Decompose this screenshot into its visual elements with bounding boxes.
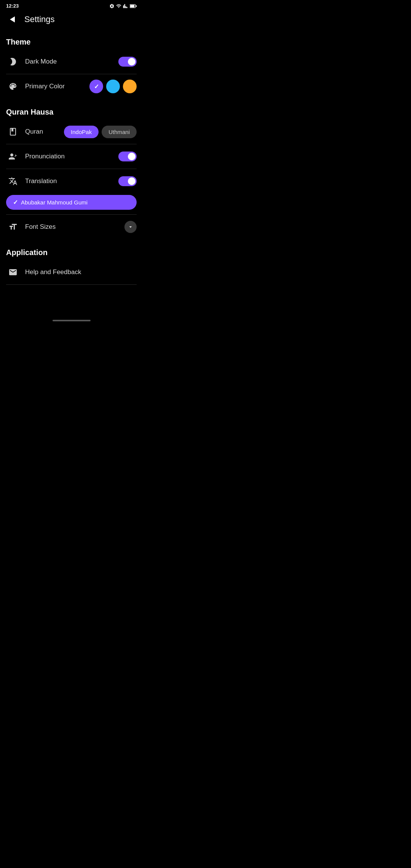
translation-toggle-container bbox=[118, 176, 137, 186]
quran-options: IndoPak Uthmani bbox=[64, 126, 137, 138]
chevron-down-icon bbox=[127, 224, 134, 230]
quran-indopak-button[interactable]: IndoPak bbox=[64, 126, 99, 138]
quran-hausa-section-heading: Quran Hausa bbox=[0, 102, 143, 120]
pronunciation-toggle-container bbox=[118, 152, 137, 161]
primary-color-row[interactable]: Primary Color bbox=[0, 74, 143, 99]
bottom-bar bbox=[0, 315, 143, 324]
signal-status-icon bbox=[123, 3, 128, 9]
dark-mode-toggle[interactable] bbox=[118, 57, 137, 67]
color-blue[interactable] bbox=[106, 80, 120, 93]
font-sizes-label: Font Sizes bbox=[25, 223, 119, 231]
quran-uthmani-button[interactable]: Uthmani bbox=[102, 126, 137, 138]
help-and-feedback-row[interactable]: Help and Feedback bbox=[0, 260, 143, 284]
primary-color-options bbox=[89, 80, 137, 93]
battery-status-icon bbox=[130, 4, 137, 8]
font-sizes-row[interactable]: Font Sizes bbox=[0, 215, 143, 239]
dark-mode-label: Dark Mode bbox=[25, 58, 113, 65]
theme-section-heading: Theme bbox=[0, 32, 143, 49]
quran-label: Quran bbox=[25, 128, 59, 136]
status-icons bbox=[109, 3, 137, 9]
quran-row[interactable]: Quran IndoPak Uthmani bbox=[0, 120, 143, 144]
primary-color-icon bbox=[6, 80, 20, 93]
translation-name: Abubakar Mahmoud Gumi bbox=[21, 199, 88, 206]
svg-rect-1 bbox=[130, 5, 134, 7]
status-time: 12:23 bbox=[6, 3, 19, 9]
translation-selected-button[interactable]: ✓ Abubakar Mahmoud Gumi bbox=[6, 195, 137, 210]
settings-status-icon bbox=[109, 3, 115, 9]
help-feedback-label: Help and Feedback bbox=[25, 268, 137, 276]
dark-mode-toggle-knob bbox=[128, 58, 135, 65]
bottom-pill bbox=[53, 320, 91, 321]
quran-icon bbox=[6, 125, 20, 139]
translation-check-icon: ✓ bbox=[13, 199, 18, 206]
font-sizes-dropdown-button[interactable] bbox=[124, 221, 137, 233]
translation-toggle-knob bbox=[128, 177, 135, 185]
status-bar: 12:23 bbox=[0, 0, 143, 10]
pronunciation-toggle[interactable] bbox=[118, 152, 137, 161]
back-arrow-icon bbox=[10, 16, 15, 22]
translation-label: Translation bbox=[25, 177, 113, 185]
dark-mode-toggle-container bbox=[118, 57, 137, 67]
color-purple[interactable] bbox=[89, 80, 103, 93]
wifi-status-icon bbox=[116, 3, 121, 9]
dark-mode-row[interactable]: Dark Mode bbox=[0, 49, 143, 74]
font-sizes-dropdown-container bbox=[124, 221, 137, 233]
translation-icon bbox=[6, 174, 20, 188]
primary-color-label: Primary Color bbox=[25, 83, 84, 90]
pronunciation-row[interactable]: Pronunciation bbox=[0, 144, 143, 169]
translation-toggle[interactable] bbox=[118, 176, 137, 186]
back-button[interactable] bbox=[6, 13, 18, 26]
page-title: Settings bbox=[24, 14, 55, 24]
application-section-heading: Application bbox=[0, 242, 143, 260]
translation-row[interactable]: Translation bbox=[0, 169, 143, 193]
header: Settings bbox=[0, 10, 143, 32]
pronunciation-label: Pronunciation bbox=[25, 153, 113, 160]
help-feedback-icon bbox=[6, 265, 20, 279]
svg-rect-2 bbox=[136, 5, 137, 7]
pronunciation-toggle-knob bbox=[128, 153, 135, 160]
color-orange[interactable] bbox=[123, 80, 137, 93]
dark-mode-icon bbox=[6, 55, 20, 69]
font-sizes-icon bbox=[6, 220, 20, 234]
pronunciation-icon bbox=[6, 150, 20, 163]
